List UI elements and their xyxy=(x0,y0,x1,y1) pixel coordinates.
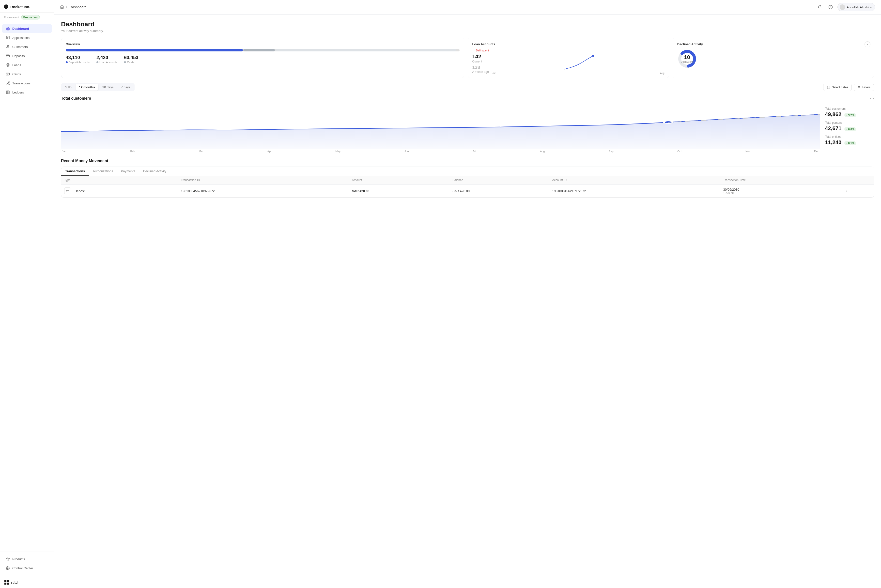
sidebar-item-label: Dashboard xyxy=(12,27,29,30)
stat-total-customers-badge: ↑ 9.2% xyxy=(844,113,856,117)
svg-rect-20 xyxy=(7,583,9,585)
col-transaction-id: Transaction ID xyxy=(178,176,349,184)
x-label-nov: Nov xyxy=(745,150,751,153)
stat-total-persons: Total persons 42,671 ↑ 6.6% xyxy=(825,121,874,132)
svg-rect-0 xyxy=(6,36,9,39)
loan-chart-jan: Jan xyxy=(492,72,496,75)
time-tabs: YTD 12 months 30 days 7 days xyxy=(61,83,135,91)
loans-icon xyxy=(6,63,10,67)
chart-section: Jan Feb Mar Apr May Jun Jul Aug Sep Oct … xyxy=(61,105,874,153)
loan-current-stat: 142 Current 138 A month ago xyxy=(472,53,489,74)
sidebar-item-label: Products xyxy=(12,557,25,561)
overview-card: Overview 43,110 Deposit Accounts xyxy=(61,38,464,78)
stitch-label: stitch xyxy=(11,580,19,584)
sidebar-item-products[interactable]: Products xyxy=(2,555,52,563)
loan-prev-value: 138 xyxy=(472,65,489,70)
cell-amount: SAR 420.00 xyxy=(349,184,449,198)
stitch-icon xyxy=(4,580,9,585)
sidebar-item-control-center[interactable]: Control Center xyxy=(2,564,52,573)
col-balance: Balance xyxy=(449,176,549,184)
tab-declined-activity[interactable]: Declined Activity xyxy=(139,167,170,176)
sidebar-item-label: Ledgers xyxy=(12,90,24,94)
sidebar-item-deposits[interactable]: Deposits xyxy=(2,51,52,60)
breadcrumb-separator: > xyxy=(66,5,67,9)
declined-nav-button[interactable]: › xyxy=(865,41,871,47)
home-icon[interactable] xyxy=(60,5,64,10)
x-label-feb: Feb xyxy=(130,150,135,153)
x-label-apr: Apr xyxy=(267,150,271,153)
svg-rect-11 xyxy=(6,91,9,94)
stat-total-persons-badge: ↑ 6.6% xyxy=(844,127,856,131)
stat-deposit-label: Deposit Accounts xyxy=(66,61,90,64)
filters-button[interactable]: Filters xyxy=(854,84,874,91)
stitch-logo: stitch xyxy=(4,580,19,585)
tab-30days[interactable]: 30 days xyxy=(99,84,117,90)
user-menu[interactable]: Abdullah Alturki ▾ xyxy=(838,3,875,11)
stat-loan-value: 2,420 xyxy=(96,55,117,60)
stat-total-customers-label: Total customers xyxy=(825,107,874,111)
sidebar-item-applications[interactable]: Applications xyxy=(2,33,52,42)
tab-transactions[interactable]: Transactions xyxy=(61,167,89,176)
cell-balance: SAR 420.00 xyxy=(449,184,549,198)
cell-row-arrow[interactable]: › xyxy=(843,184,874,198)
svg-rect-26 xyxy=(827,86,830,89)
svg-point-23 xyxy=(592,55,594,57)
stat-total-entities-badge: ↑ 8.1% xyxy=(844,141,856,145)
page-content: Dashboard Your current activity summary.… xyxy=(54,15,881,588)
tab-payments[interactable]: Payments xyxy=(117,167,139,176)
sidebar: Rocket Inc. Environment Production Dashb… xyxy=(0,0,54,588)
topbar-right: Abdullah Alturki ▾ xyxy=(816,3,875,11)
tab-authorizations[interactable]: Authorizations xyxy=(89,167,117,176)
col-account-id: Account ID xyxy=(549,176,720,184)
sidebar-item-transactions[interactable]: Transactions xyxy=(2,79,52,88)
breadcrumb-current: Dashboard xyxy=(70,5,87,9)
help-icon[interactable] xyxy=(827,3,835,11)
tab-12months[interactable]: 12 months xyxy=(75,84,98,90)
notification-icon[interactable] xyxy=(816,3,824,11)
sidebar-bottom: Products Control Center xyxy=(0,552,54,577)
chevron-down-icon: ▾ xyxy=(870,5,872,9)
cell-transaction-id: 1981008456210972672 xyxy=(178,184,349,198)
x-label-oct: Oct xyxy=(677,150,682,153)
sidebar-item-customers[interactable]: Customers xyxy=(2,42,52,51)
filter-icon xyxy=(857,86,861,89)
more-options-button[interactable]: ⋯ xyxy=(870,96,874,101)
svg-point-3 xyxy=(7,45,8,46)
x-label-sep: Sep xyxy=(609,150,614,153)
tab-ytd[interactable]: YTD xyxy=(62,84,75,90)
breadcrumb: > Dashboard xyxy=(60,5,87,10)
loan-card-content: 142 Current 138 A month ago J xyxy=(472,53,665,74)
svg-rect-4 xyxy=(6,55,9,57)
sidebar-item-label: Cards xyxy=(12,72,21,76)
tab-7days[interactable]: 7 days xyxy=(118,84,134,90)
sidebar-item-dashboard[interactable]: Dashboard xyxy=(2,24,52,33)
filter-buttons: Select dates Filters xyxy=(823,84,874,91)
customers-icon xyxy=(6,45,10,49)
sidebar-item-loans[interactable]: Loans xyxy=(2,60,52,69)
sidebar-item-cards[interactable]: Cards xyxy=(2,70,52,78)
company-logo xyxy=(4,4,8,9)
loan-card-title: Loan Accounts xyxy=(472,42,665,46)
stat-total-entities-value: 11,240 xyxy=(825,139,841,146)
donut-label: Open Alerts xyxy=(681,60,694,63)
x-label-jul: Jul xyxy=(473,150,476,153)
environment-row: Environment Production xyxy=(0,12,54,22)
money-movement-tabs: Transactions Authorizations Payments Dec… xyxy=(61,167,874,176)
company-name: Rocket Inc. xyxy=(10,4,30,9)
row-navigate-icon: › xyxy=(846,189,847,193)
customers-chart-area: Jan Feb Mar Apr May Jun Jul Aug Sep Oct … xyxy=(61,105,820,153)
loan-dot xyxy=(96,61,98,63)
sidebar-item-label: Applications xyxy=(12,36,30,40)
loan-delinquent-label: — Delinquent xyxy=(472,49,665,52)
sidebar-item-ledgers[interactable]: Ledgers xyxy=(2,88,52,97)
stat-total-customers-value-row: 49,862 ↑ 9.2% xyxy=(825,111,874,118)
table-row[interactable]: Deposit 1981008456210972672 SAR 420.00 S… xyxy=(61,184,874,198)
money-movement-table-card: Transactions Authorizations Payments Dec… xyxy=(61,166,874,198)
x-label-mar: Mar xyxy=(199,150,204,153)
svg-point-16 xyxy=(7,568,8,568)
select-dates-button[interactable]: Select dates xyxy=(823,84,852,91)
col-type: Type xyxy=(61,176,178,184)
declined-content: 10 Open Alerts xyxy=(677,49,869,69)
stat-total-customers-value: 49,862 xyxy=(825,111,841,117)
deposit-dot xyxy=(66,61,67,63)
